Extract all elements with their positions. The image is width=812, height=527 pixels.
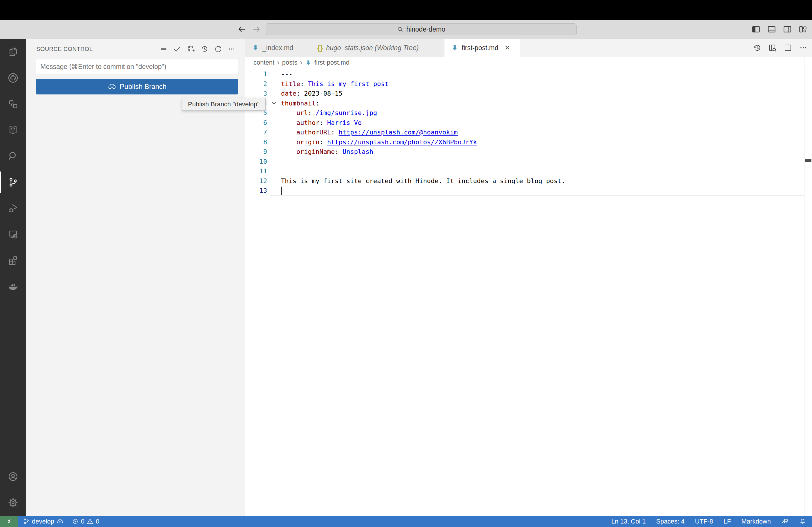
line-number: 12 [245,177,267,184]
overview-ruler[interactable] [804,57,804,516]
line-number: 11 [245,167,267,175]
code-editor[interactable]: 1---2title: This is my first post3date: … [245,69,812,226]
code-line[interactable]: 13 [245,186,812,196]
window-title: hinode-demo [406,26,445,33]
publish-branch-button[interactable]: Publish Branch [36,79,238,94]
encoding[interactable]: UTF-8 [695,518,713,525]
activity-remote-explorer[interactable] [0,221,26,247]
code-line-text: url: /img/sunrise.jpg [281,109,377,117]
code-line[interactable]: 7 authorURL: https://unsplash.com/@hoanv… [245,127,812,137]
code-line-text: --- [281,158,293,165]
feedback-icon[interactable] [781,518,788,525]
code-line[interactable]: 6 author: Harris Vo [245,118,812,128]
line-number: 10 [245,158,267,165]
explorer-icon [8,46,18,57]
view-as-list-icon[interactable] [159,45,168,53]
extensions-icon [8,255,18,266]
back-arrow-icon[interactable] [237,25,246,34]
sidebar-toolbar [159,45,236,53]
code-line[interactable]: 10--- [245,157,812,167]
breadcrumb-item-file[interactable]: first-post.md [314,59,349,66]
more-actions-icon[interactable] [227,45,236,53]
eol-sequence[interactable]: LF [724,518,731,525]
code-line[interactable]: 12This is my first site created with Hin… [245,176,812,186]
status-bar: develop 0 0 Ln 13, Col 1 Spaces: 4 UTF-8… [0,516,812,527]
activity-explorer[interactable] [0,39,26,65]
close-tab-icon[interactable]: ✕ [505,44,510,51]
indentation[interactable]: Spaces: 4 [656,518,685,525]
code-line[interactable]: 1--- [245,69,812,79]
activity-search[interactable] [0,143,26,169]
publish-branch-label: Publish Branch [120,82,166,91]
tab-first-post-md[interactable]: first-post.md ✕ [445,39,520,57]
timeline-icon[interactable] [753,43,762,52]
commit-check-icon[interactable] [173,45,182,53]
activity-extensions[interactable] [0,247,26,273]
code-line[interactable]: 11 [245,166,812,176]
markdown-file-icon [305,59,312,66]
titlebar: hinode-demo [0,20,812,39]
tab-hugo-stats-json[interactable]: {} hugo_stats.json (Working Tree) [311,39,445,57]
account-icon [8,471,18,482]
branch-status-item[interactable]: develop [23,518,63,525]
run-debug-icon [8,203,18,214]
breadcrumb: content › posts › first-post.md [245,57,812,69]
forward-arrow-icon[interactable] [252,25,261,34]
search-icon [8,151,18,162]
activity-source-control[interactable] [0,169,26,195]
cursor-position[interactable]: Ln 13, Col 1 [611,518,646,525]
split-editor-icon[interactable] [783,43,793,52]
tab-index-md[interactable]: _index.md [245,39,311,57]
menubar-black-strip [0,0,812,20]
code-line[interactable]: 5 url: /img/sunrise.jpg [245,108,812,118]
code-line[interactable]: 2title: This is my first post [245,79,812,89]
markdown-file-icon [451,44,459,51]
refresh-icon[interactable] [214,45,222,53]
sidebar-header: SOURCE CONTROL [26,39,245,59]
history-icon[interactable] [200,45,209,53]
command-center[interactable]: hinode-demo [266,24,577,35]
code-line-text: authorURL: https://unsplash.com/@hoanvok… [281,129,458,136]
code-line-text: origin: https://unsplash.com/photos/ZX6B… [281,138,477,146]
activity-run-debug[interactable] [0,195,26,221]
code-line[interactable]: 9 originName: Unsplash [245,147,812,157]
activity-connections[interactable] [0,91,26,117]
code-line-text: originName: Unsplash [281,148,373,155]
github-icon [8,72,18,84]
activity-github[interactable] [0,65,26,91]
line-number: 6 [245,119,267,126]
breadcrumb-item-content[interactable]: content [253,59,274,66]
code-line-text: --- [281,71,293,78]
code-line-text: This is my first site created with Hinod… [281,177,565,184]
branch-name: develop [32,518,54,525]
toggle-primary-sidebar-icon[interactable] [751,24,761,34]
activity-bar [0,39,26,516]
code-line[interactable]: 3date: 2023-08-15 [245,89,812,99]
chevron-right-icon: › [277,59,279,66]
open-preview-icon[interactable] [768,43,777,52]
language-mode[interactable]: Markdown [741,518,771,525]
breadcrumb-item-posts[interactable]: posts [282,59,298,66]
notifications-bell-icon[interactable] [799,518,806,525]
more-actions-icon[interactable] [799,43,808,52]
problems-status-item[interactable]: 0 0 [72,518,100,525]
fold-chevron-icon[interactable] [267,100,281,106]
toggle-panel-icon[interactable] [767,24,777,34]
code-line-text: date: 2023-08-15 [281,90,343,97]
create-branch-icon[interactable] [187,45,195,53]
publish-branch-tooltip: Publish Branch "develop" [182,98,266,111]
activity-docker[interactable] [0,273,26,300]
activity-accounts[interactable] [0,464,26,490]
layout-controls [751,20,808,39]
activity-settings[interactable] [0,490,26,516]
toggle-secondary-sidebar-icon[interactable] [782,24,792,34]
code-line[interactable]: 8 origin: https://unsplash.com/photos/ZX… [245,137,812,147]
markdown-file-icon [252,44,259,51]
customize-layout-icon[interactable] [798,24,808,34]
code-line[interactable]: 4thumbnail: [245,99,812,108]
activity-docs[interactable] [0,117,26,143]
remote-indicator[interactable] [0,516,18,527]
warning-icon [86,518,94,525]
commit-message-input[interactable] [36,59,238,74]
activity-bar-bottom [0,464,26,516]
